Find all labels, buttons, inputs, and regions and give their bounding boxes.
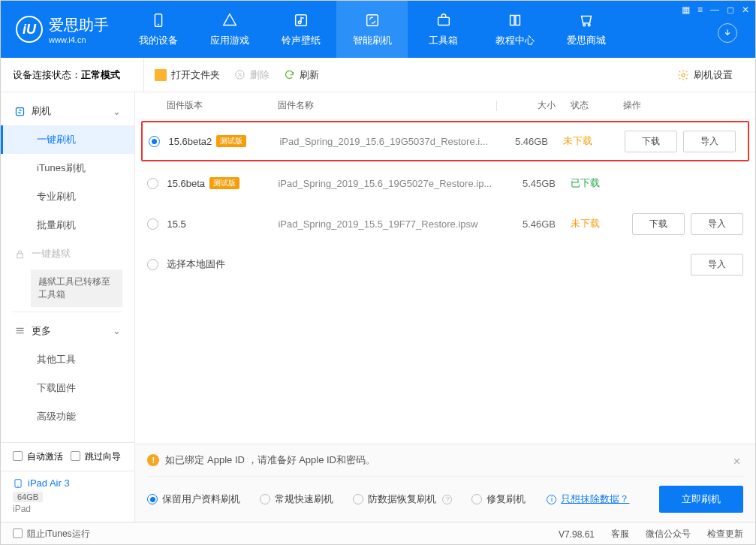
app-name: 爱思助手 xyxy=(49,15,109,35)
delete-icon xyxy=(233,69,245,81)
svg-rect-5 xyxy=(438,17,449,25)
table-body: 15.6beta2 测试版 iPad_Spring_2019_15.6_19G5… xyxy=(135,119,755,444)
folder-icon xyxy=(155,69,167,81)
import-button[interactable]: 导入 xyxy=(683,131,736,152)
opt-anti-recovery[interactable]: 防数据恢复刷机? xyxy=(353,492,452,506)
window-minimize-icon[interactable]: — xyxy=(710,5,719,15)
opt-keep-data[interactable]: 保留用户资料刷机 xyxy=(147,492,240,506)
download-manager-icon[interactable] xyxy=(718,23,737,43)
nav-apps[interactable]: 应用游戏 xyxy=(194,1,265,58)
lock-icon xyxy=(14,248,26,260)
delete-button[interactable]: 删除 xyxy=(233,68,270,82)
sidebar-item-batch-flash[interactable]: 批量刷机 xyxy=(1,211,134,239)
import-button[interactable]: 导入 xyxy=(691,213,743,235)
sidebar-item-one-click-flash[interactable]: 一键刷机 xyxy=(1,125,134,154)
info-icon[interactable]: ? xyxy=(442,495,452,504)
bottom-panel: ! 如已绑定 Apple ID ，请准备好 Apple ID和密码。 × 保留用… xyxy=(135,444,755,522)
check-update-link[interactable]: 检查更新 xyxy=(707,528,743,540)
auto-activate-checkbox[interactable]: 自动激活 xyxy=(13,450,63,463)
sidebar-group-flash[interactable]: 刷机 ⌄ xyxy=(1,97,134,125)
warning-row: ! 如已绑定 Apple ID ，请准备好 Apple ID和密码。 × xyxy=(147,453,743,476)
sidebar-group-more[interactable]: 更多 ⌄ xyxy=(1,317,134,345)
toolbox-icon xyxy=(435,11,453,29)
row-radio[interactable] xyxy=(149,136,168,147)
sidebar-item-download-firmware[interactable]: 下载固件 xyxy=(1,374,134,402)
firmware-row[interactable]: 选择本地固件 导入 xyxy=(135,244,755,285)
firmware-version: 15.5 xyxy=(167,218,185,230)
firmware-status: 未下载 xyxy=(563,134,616,148)
window-maximize-icon[interactable]: ◻ xyxy=(727,5,734,15)
svg-rect-4 xyxy=(366,15,378,26)
top-nav: 我的设备 应用游戏 铃声壁纸 智能刷机 工具箱 教程中心 爱思商城 xyxy=(122,1,622,58)
app-header: iU 爱思助手 www.i4.cn 我的设备 应用游戏 铃声壁纸 智能刷机 工具… xyxy=(1,1,755,58)
content-area: 固件版本 固件名称 大小 状态 操作 15.6beta2 测试版 iPad_Sp… xyxy=(135,92,755,522)
beta-badge: 测试版 xyxy=(209,177,239,189)
sidebar-jailbreak-note: 越狱工具已转移至工具箱 xyxy=(31,269,122,307)
download-button[interactable]: 下载 xyxy=(632,213,685,235)
start-flash-button[interactable]: 立即刷机 xyxy=(659,486,743,513)
firmware-version: 选择本地固件 xyxy=(167,257,225,271)
wechat-link[interactable]: 微信公众号 xyxy=(646,528,691,540)
svg-point-7 xyxy=(588,24,590,26)
device-type-label: iPad xyxy=(13,504,122,514)
svg-point-11 xyxy=(682,74,685,77)
col-header-status: 状态 xyxy=(571,99,623,112)
opt-fast-flash[interactable]: 常规快速刷机 xyxy=(260,492,333,506)
firmware-status: 未下载 xyxy=(571,217,623,230)
row-radio[interactable] xyxy=(147,259,167,270)
music-icon xyxy=(292,11,310,29)
table-header: 固件版本 固件名称 大小 状态 操作 xyxy=(135,92,755,119)
firmware-row[interactable]: 15.5 iPad_Spring_2019_15.5_19F77_Restore… xyxy=(135,203,755,244)
svg-point-6 xyxy=(583,24,585,26)
skip-guide-checkbox[interactable]: 跳过向导 xyxy=(71,450,121,463)
row-radio[interactable] xyxy=(147,178,167,189)
sidebar: 刷机 ⌄ 一键刷机 iTunes刷机 专业刷机 批量刷机 一键越狱 越狱工具已转… xyxy=(1,92,135,522)
flash-settings-button[interactable]: 刷机设置 xyxy=(677,68,745,82)
svg-rect-12 xyxy=(17,107,24,115)
device-info[interactable]: iPad Air 3 64GB iPad xyxy=(1,471,134,522)
window-close-icon[interactable]: ✕ xyxy=(742,5,749,15)
support-link[interactable]: 客服 xyxy=(611,528,629,540)
col-header-size: 大小 xyxy=(511,99,571,112)
nav-store[interactable]: 爱思商城 xyxy=(550,1,622,58)
gear-icon xyxy=(677,69,689,81)
firmware-row[interactable]: 15.6beta2 测试版 iPad_Spring_2019_15.6_19G5… xyxy=(141,121,749,161)
refresh-button[interactable]: 刷新 xyxy=(283,68,319,82)
square-refresh-icon xyxy=(14,106,26,117)
nav-smart-flash[interactable]: 智能刷机 xyxy=(336,1,408,58)
firmware-size: 5.46GB xyxy=(511,218,571,230)
nav-tutorials[interactable]: 教程中心 xyxy=(479,1,550,58)
sidebar-group-jailbreak: 一键越狱 xyxy=(1,239,134,268)
nav-my-device[interactable]: 我的设备 xyxy=(122,1,194,58)
sidebar-item-other-tools[interactable]: 其他工具 xyxy=(1,345,134,374)
open-folder-button[interactable]: 打开文件夹 xyxy=(155,68,220,82)
logo-area: iU 爱思助手 www.i4.cn xyxy=(1,15,122,44)
firmware-name: iPad_Spring_2019_15.6_19G5037d_Restore.i… xyxy=(279,136,503,147)
chevron-down-icon: ⌄ xyxy=(113,325,121,336)
nav-toolbox[interactable]: 工具箱 xyxy=(408,1,479,58)
firmware-version: 15.6beta xyxy=(167,178,205,189)
footer: 阻止iTunes运行 V7.98.61 客服 微信公众号 检查更新 xyxy=(1,522,755,545)
download-button[interactable]: 下载 xyxy=(625,131,677,152)
firmware-size: 5.46GB xyxy=(503,136,563,147)
block-itunes-checkbox[interactable]: 阻止iTunes运行 xyxy=(13,528,90,540)
sidebar-item-pro-flash[interactable]: 专业刷机 xyxy=(1,182,134,211)
erase-data-link[interactable]: i只想抹除数据？ xyxy=(545,492,629,506)
apps-icon xyxy=(221,11,239,29)
import-button[interactable]: 导入 xyxy=(691,254,743,276)
sidebar-item-advanced[interactable]: 高级功能 xyxy=(1,402,134,431)
book-icon xyxy=(506,11,524,29)
opt-repair-flash[interactable]: 修复刷机 xyxy=(471,492,526,506)
firmware-row[interactable]: 15.6beta 测试版 iPad_Spring_2019_15.6_19G50… xyxy=(135,163,755,203)
app-url: www.i4.cn xyxy=(49,35,109,44)
window-menu-icon[interactable]: ≡ xyxy=(697,5,703,15)
version-label: V7.98.61 xyxy=(559,529,595,540)
window-grid-icon[interactable]: ▦ xyxy=(682,5,690,15)
close-warning-icon[interactable]: × xyxy=(733,455,740,468)
row-radio[interactable] xyxy=(147,218,167,230)
firmware-name: iPad_Spring_2019_15.6_19G5027e_Restore.i… xyxy=(278,178,511,189)
firmware-status: 已下载 xyxy=(571,176,623,190)
nav-ringtones[interactable]: 铃声壁纸 xyxy=(265,1,336,58)
sidebar-item-itunes-flash[interactable]: iTunes刷机 xyxy=(1,154,134,182)
toolbar: 设备连接状态：正常模式 打开文件夹 删除 刷新 刷机设置 xyxy=(1,58,755,92)
